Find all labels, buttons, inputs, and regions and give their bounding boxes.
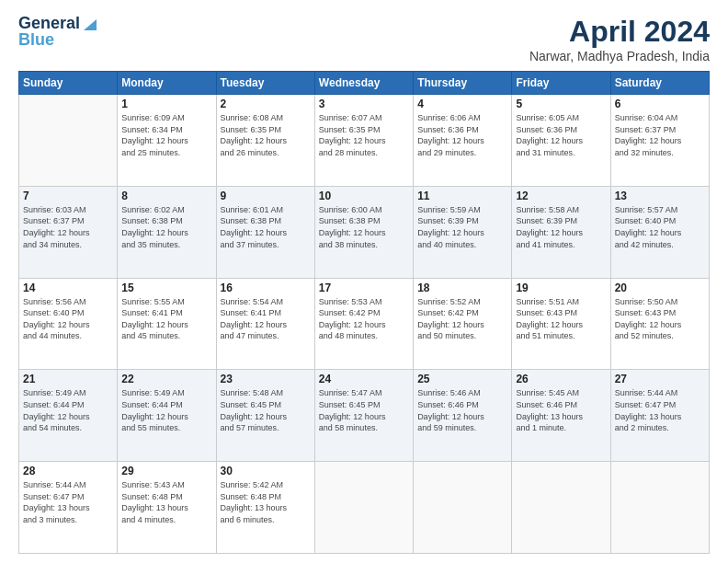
day-info: Sunrise: 6:06 AM Sunset: 6:36 PM Dayligh… <box>417 112 507 158</box>
day-info: Sunrise: 5:54 AM Sunset: 6:41 PM Dayligh… <box>221 296 311 342</box>
table-row: 3Sunrise: 6:07 AM Sunset: 6:35 PM Daylig… <box>314 95 413 187</box>
day-info: Sunrise: 5:50 AM Sunset: 6:43 PM Dayligh… <box>615 296 705 342</box>
day-info: Sunrise: 6:02 AM Sunset: 6:38 PM Dayligh… <box>121 204 211 250</box>
day-number: 4 <box>417 98 507 110</box>
day-info: Sunrise: 5:47 AM Sunset: 6:45 PM Dayligh… <box>319 387 409 433</box>
table-row: 22Sunrise: 5:49 AM Sunset: 6:44 PM Dayli… <box>118 370 216 462</box>
table-row: 30Sunrise: 5:42 AM Sunset: 6:48 PM Dayli… <box>216 462 314 554</box>
day-info: Sunrise: 5:56 AM Sunset: 6:40 PM Dayligh… <box>23 296 113 342</box>
day-number: 6 <box>615 98 705 110</box>
table-row: 27Sunrise: 5:44 AM Sunset: 6:47 PM Dayli… <box>610 370 709 462</box>
day-info: Sunrise: 5:45 AM Sunset: 6:46 PM Dayligh… <box>516 387 606 433</box>
logo: General Blue <box>18 15 98 50</box>
day-info: Sunrise: 5:42 AM Sunset: 6:48 PM Dayligh… <box>221 479 311 525</box>
day-number: 25 <box>417 373 507 385</box>
title-block: April 2024 Narwar, Madhya Pradesh, India <box>529 15 710 63</box>
day-number: 16 <box>221 282 311 294</box>
main-title: April 2024 <box>529 15 710 49</box>
day-number: 1 <box>121 98 211 110</box>
table-row: 12Sunrise: 5:58 AM Sunset: 6:39 PM Dayli… <box>512 186 610 278</box>
day-number: 24 <box>319 373 409 385</box>
day-number: 20 <box>615 282 705 294</box>
day-info: Sunrise: 6:09 AM Sunset: 6:34 PM Dayligh… <box>121 112 211 158</box>
calendar-week-row: 21Sunrise: 5:49 AM Sunset: 6:44 PM Dayli… <box>19 370 710 462</box>
table-row: 14Sunrise: 5:56 AM Sunset: 6:40 PM Dayli… <box>19 278 118 370</box>
svg-marker-0 <box>84 19 97 30</box>
day-number: 30 <box>221 465 311 477</box>
table-row: 5Sunrise: 6:05 AM Sunset: 6:36 PM Daylig… <box>512 95 610 187</box>
day-info: Sunrise: 5:44 AM Sunset: 6:47 PM Dayligh… <box>615 387 705 433</box>
table-row <box>314 462 413 554</box>
col-tuesday: Tuesday <box>216 72 314 95</box>
day-info: Sunrise: 5:48 AM Sunset: 6:45 PM Dayligh… <box>221 387 311 433</box>
day-number: 10 <box>319 190 409 202</box>
day-info: Sunrise: 5:49 AM Sunset: 6:44 PM Dayligh… <box>121 387 211 433</box>
calendar-week-row: 28Sunrise: 5:44 AM Sunset: 6:47 PM Dayli… <box>19 462 710 554</box>
day-info: Sunrise: 5:58 AM Sunset: 6:39 PM Dayligh… <box>516 204 606 250</box>
table-row: 13Sunrise: 5:57 AM Sunset: 6:40 PM Dayli… <box>610 186 709 278</box>
day-info: Sunrise: 6:07 AM Sunset: 6:35 PM Dayligh… <box>319 112 409 158</box>
logo-triangle-icon <box>82 16 98 32</box>
day-number: 23 <box>221 373 311 385</box>
table-row: 8Sunrise: 6:02 AM Sunset: 6:38 PM Daylig… <box>118 186 216 278</box>
day-info: Sunrise: 5:55 AM Sunset: 6:41 PM Dayligh… <box>121 296 211 342</box>
day-number: 8 <box>121 190 211 202</box>
day-info: Sunrise: 5:51 AM Sunset: 6:43 PM Dayligh… <box>516 296 606 342</box>
calendar-week-row: 14Sunrise: 5:56 AM Sunset: 6:40 PM Dayli… <box>19 278 710 370</box>
col-wednesday: Wednesday <box>314 72 413 95</box>
day-number: 13 <box>615 190 705 202</box>
day-number: 9 <box>221 190 311 202</box>
table-row: 11Sunrise: 5:59 AM Sunset: 6:39 PM Dayli… <box>414 186 512 278</box>
day-info: Sunrise: 5:43 AM Sunset: 6:48 PM Dayligh… <box>121 479 211 525</box>
day-number: 22 <box>121 373 211 385</box>
subtitle: Narwar, Madhya Pradesh, India <box>529 49 710 63</box>
day-info: Sunrise: 6:00 AM Sunset: 6:38 PM Dayligh… <box>319 204 409 250</box>
day-number: 14 <box>23 282 113 294</box>
day-info: Sunrise: 5:44 AM Sunset: 6:47 PM Dayligh… <box>23 479 113 525</box>
table-row: 18Sunrise: 5:52 AM Sunset: 6:42 PM Dayli… <box>414 278 512 370</box>
table-row <box>414 462 512 554</box>
table-row: 24Sunrise: 5:47 AM Sunset: 6:45 PM Dayli… <box>314 370 413 462</box>
day-number: 11 <box>417 190 507 202</box>
table-row: 9Sunrise: 6:01 AM Sunset: 6:38 PM Daylig… <box>216 186 314 278</box>
day-number: 18 <box>417 282 507 294</box>
table-row: 25Sunrise: 5:46 AM Sunset: 6:46 PM Dayli… <box>414 370 512 462</box>
day-info: Sunrise: 6:03 AM Sunset: 6:37 PM Dayligh… <box>23 204 113 250</box>
calendar: Sunday Monday Tuesday Wednesday Thursday… <box>18 71 710 554</box>
day-number: 17 <box>319 282 409 294</box>
header: General Blue April 2024 Narwar, Madhya P… <box>18 15 710 63</box>
day-number: 28 <box>23 465 113 477</box>
day-number: 12 <box>516 190 606 202</box>
day-info: Sunrise: 5:52 AM Sunset: 6:42 PM Dayligh… <box>417 296 507 342</box>
table-row: 1Sunrise: 6:09 AM Sunset: 6:34 PM Daylig… <box>118 95 216 187</box>
day-info: Sunrise: 6:05 AM Sunset: 6:36 PM Dayligh… <box>516 112 606 158</box>
table-row <box>512 462 610 554</box>
table-row: 19Sunrise: 5:51 AM Sunset: 6:43 PM Dayli… <box>512 278 610 370</box>
table-row: 17Sunrise: 5:53 AM Sunset: 6:42 PM Dayli… <box>314 278 413 370</box>
table-row: 28Sunrise: 5:44 AM Sunset: 6:47 PM Dayli… <box>19 462 118 554</box>
col-sunday: Sunday <box>19 72 118 95</box>
table-row: 6Sunrise: 6:04 AM Sunset: 6:37 PM Daylig… <box>610 95 709 187</box>
page: General Blue April 2024 Narwar, Madhya P… <box>0 0 728 563</box>
day-number: 2 <box>221 98 311 110</box>
calendar-week-row: 7Sunrise: 6:03 AM Sunset: 6:37 PM Daylig… <box>19 186 710 278</box>
table-row: 26Sunrise: 5:45 AM Sunset: 6:46 PM Dayli… <box>512 370 610 462</box>
table-row <box>19 95 118 187</box>
day-info: Sunrise: 6:08 AM Sunset: 6:35 PM Dayligh… <box>221 112 311 158</box>
day-info: Sunrise: 5:59 AM Sunset: 6:39 PM Dayligh… <box>417 204 507 250</box>
day-number: 26 <box>516 373 606 385</box>
table-row: 29Sunrise: 5:43 AM Sunset: 6:48 PM Dayli… <box>118 462 216 554</box>
logo-text-blue: Blue <box>18 31 54 50</box>
table-row: 16Sunrise: 5:54 AM Sunset: 6:41 PM Dayli… <box>216 278 314 370</box>
table-row: 2Sunrise: 6:08 AM Sunset: 6:35 PM Daylig… <box>216 95 314 187</box>
day-number: 27 <box>615 373 705 385</box>
table-row: 20Sunrise: 5:50 AM Sunset: 6:43 PM Dayli… <box>610 278 709 370</box>
table-row: 10Sunrise: 6:00 AM Sunset: 6:38 PM Dayli… <box>314 186 413 278</box>
col-saturday: Saturday <box>610 72 709 95</box>
day-info: Sunrise: 5:57 AM Sunset: 6:40 PM Dayligh… <box>615 204 705 250</box>
day-number: 7 <box>23 190 113 202</box>
col-thursday: Thursday <box>414 72 512 95</box>
day-number: 15 <box>121 282 211 294</box>
day-info: Sunrise: 5:49 AM Sunset: 6:44 PM Dayligh… <box>23 387 113 433</box>
col-friday: Friday <box>512 72 610 95</box>
